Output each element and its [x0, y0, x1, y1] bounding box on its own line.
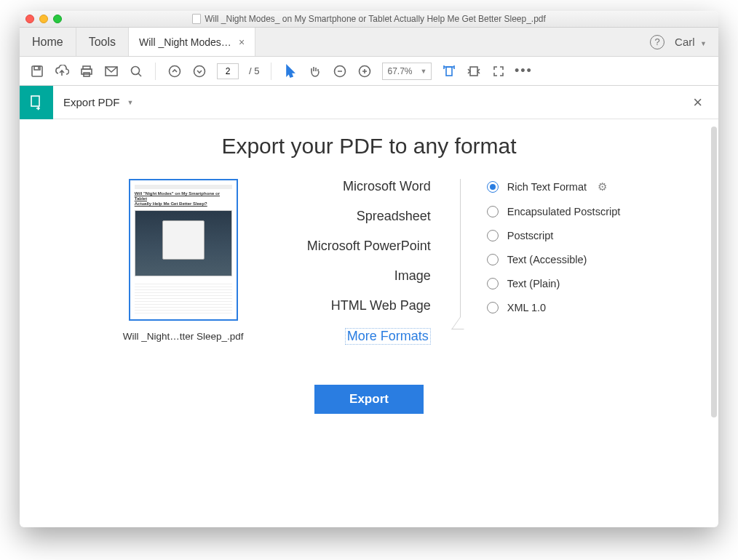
svg-point-10 [194, 65, 205, 76]
export-pdf-icon [20, 86, 53, 119]
page-heading: Export your PDF to any format [221, 134, 516, 159]
search-icon[interactable] [129, 64, 143, 79]
panel-close-icon[interactable]: × [677, 93, 718, 112]
zoom-out-icon[interactable] [333, 64, 347, 79]
select-tool-icon[interactable] [283, 64, 298, 79]
svg-point-7 [132, 66, 140, 74]
tab-document-label: Will _Night Modes… [139, 36, 231, 48]
category-spreadsheet[interactable]: Spreadsheet [357, 209, 431, 224]
tab-tools[interactable]: Tools [76, 28, 129, 56]
chevron-down-icon: ▼ [700, 40, 707, 47]
chevron-down-icon: ▼ [127, 99, 134, 106]
help-icon[interactable]: ? [650, 35, 664, 49]
chevron-down-icon: ▼ [421, 68, 427, 75]
export-button[interactable]: Export [314, 385, 424, 414]
tab-close-icon[interactable]: × [239, 36, 245, 48]
tab-document[interactable]: Will _Night Modes… × [129, 28, 255, 56]
titlebar: Will _Night Modes_ on My Smartphone or T… [20, 11, 718, 28]
option-xml[interactable]: XML 1.0 [487, 302, 621, 313]
option-postscript[interactable]: Postscript [487, 230, 621, 241]
option-text-accessible[interactable]: Text (Accessible) [487, 254, 621, 265]
option-label: Encapsulated Postscript [507, 206, 621, 217]
fit-page-icon[interactable] [467, 64, 481, 79]
option-label: Text (Accessible) [507, 254, 587, 265]
option-label: Postscript [507, 230, 554, 241]
svg-rect-17 [470, 67, 477, 76]
save-icon[interactable] [30, 64, 44, 79]
fit-width-icon[interactable] [442, 64, 456, 79]
radio-icon [487, 230, 499, 241]
print-icon[interactable] [79, 64, 94, 79]
pan-tool-icon[interactable] [308, 64, 322, 79]
svg-rect-4 [82, 69, 92, 74]
category-word[interactable]: Microsoft Word [343, 179, 431, 194]
thumb-title-line2: Actually Help Me Get Better Sleep? [135, 201, 232, 207]
page-number-input[interactable] [217, 63, 239, 79]
document-icon [192, 14, 201, 24]
toolbar: / 5 67.7% ▼ ••• [20, 57, 718, 86]
user-menu[interactable]: Carl ▼ [675, 36, 707, 49]
page-up-icon[interactable] [167, 64, 182, 79]
app-window: Will _Night Modes_ on My Smartphone or T… [20, 11, 718, 527]
gear-icon[interactable]: ⚙ [598, 180, 607, 193]
svg-rect-16 [446, 67, 452, 76]
tab-home[interactable]: Home [20, 28, 76, 56]
thumbnail-filename: Will _Night…tter Sleep_.pdf [123, 331, 244, 342]
window-title: Will _Night Modes_ on My Smartphone or T… [205, 14, 546, 24]
radio-icon [487, 181, 499, 193]
svg-point-9 [170, 65, 180, 76]
svg-rect-18 [31, 96, 39, 106]
format-options: Rich Text Format ⚙ Encapsulated Postscri… [460, 179, 621, 319]
page-count: / 5 [249, 65, 259, 76]
panel-title: Export PDF [63, 96, 120, 108]
svg-line-8 [138, 73, 141, 76]
option-label: XML 1.0 [507, 302, 546, 313]
content-area: Export your PDF to any format Will "Nigh… [20, 119, 718, 527]
zoom-dropdown[interactable]: 67.7% ▼ [382, 63, 432, 80]
option-eps[interactable]: Encapsulated Postscript [487, 206, 621, 217]
email-icon[interactable] [104, 64, 119, 79]
svg-rect-0 [32, 66, 42, 76]
radio-icon [487, 278, 499, 289]
fullscreen-icon[interactable] [491, 64, 506, 79]
option-label: Text (Plain) [507, 278, 560, 289]
export-panel-bar: Export PDF ▼ × [20, 86, 718, 119]
option-label: Rich Text Format [507, 181, 587, 193]
scrollbar[interactable] [711, 127, 717, 417]
category-html[interactable]: HTML Web Page [331, 298, 431, 313]
document-thumbnail[interactable]: Will "Night Modes" on My Smartphone or T… [129, 179, 238, 321]
main-tabs: Home Tools Will _Night Modes… × ? Carl ▼ [20, 28, 718, 57]
cloud-upload-icon[interactable] [55, 64, 69, 79]
more-tools-icon[interactable]: ••• [516, 64, 531, 79]
option-text-plain[interactable]: Text (Plain) [487, 278, 621, 289]
category-image[interactable]: Image [394, 268, 431, 284]
category-powerpoint[interactable]: Microsoft PowerPoint [307, 239, 431, 254]
zoom-value: 67.7% [387, 66, 412, 76]
thumb-title-line1: Will "Night Modes" on My Smartphone or T… [135, 191, 232, 201]
category-more-formats[interactable]: More Formats [345, 328, 431, 345]
radio-icon [487, 254, 499, 265]
zoom-in-icon[interactable] [357, 64, 372, 79]
option-rtf[interactable]: Rich Text Format ⚙ [487, 180, 621, 193]
radio-icon [487, 302, 499, 313]
format-categories: Microsoft Word Spreadsheet Microsoft Pow… [278, 179, 431, 345]
export-pdf-dropdown[interactable]: Export PDF ▼ [53, 96, 143, 108]
user-label: Carl [675, 36, 695, 48]
radio-icon [487, 206, 499, 217]
page-down-icon[interactable] [192, 64, 207, 79]
